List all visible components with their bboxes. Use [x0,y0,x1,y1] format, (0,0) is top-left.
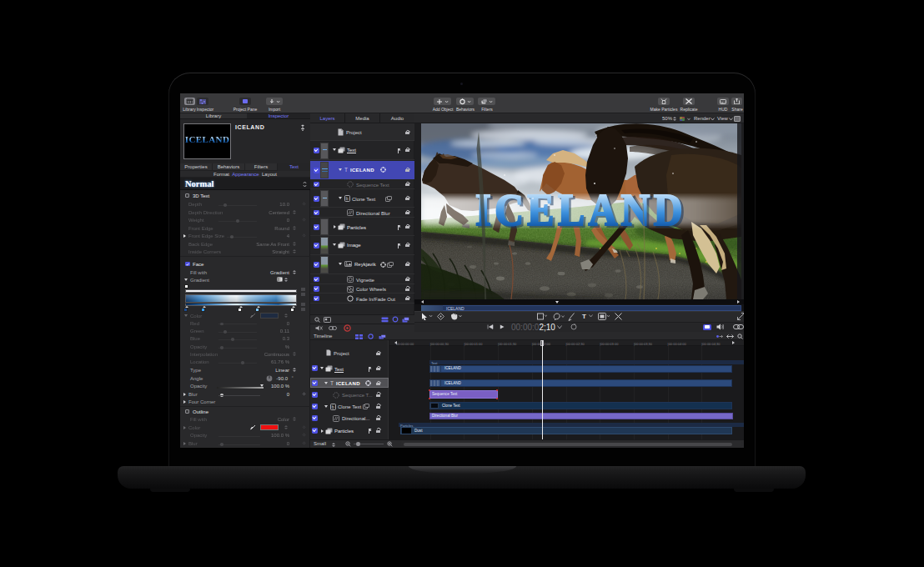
svg-text:ICELAND: ICELAND [475,185,686,235]
svg-text:b: b [346,196,349,201]
svg-text:b: b [332,404,334,409]
